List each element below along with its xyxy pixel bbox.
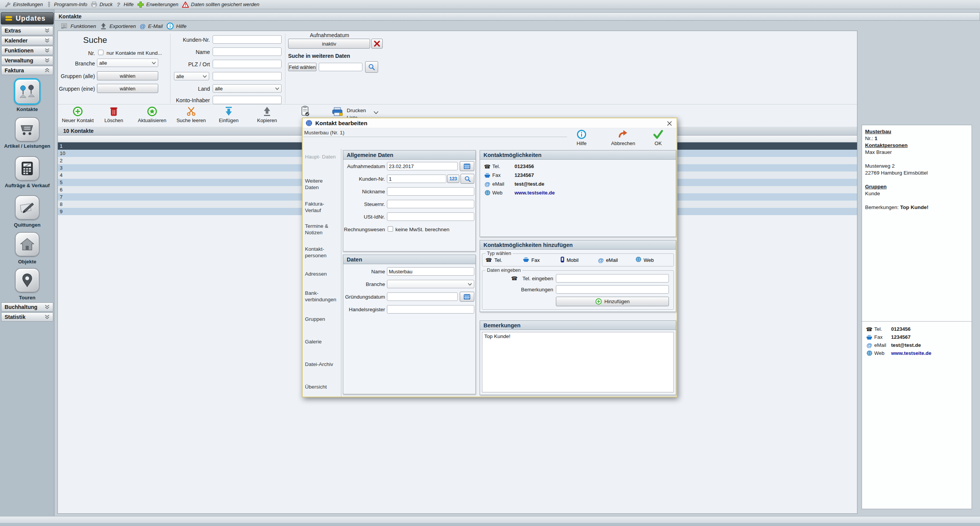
bemerkungen-input[interactable] [556,285,669,294]
sidebar-item-verwaltung[interactable]: Verwaltung [1,56,53,65]
sidebar-item-statistik[interactable]: Statistik [1,312,53,322]
add-type-mobil[interactable]: Mobil [560,256,598,264]
gruendungsdatum-input[interactable] [387,292,458,301]
action-kopieren[interactable]: Kopieren [254,106,280,123]
add-type-fax[interactable]: Fax [523,257,560,263]
kundennr-search-button[interactable] [461,174,474,184]
nav-touren-button[interactable] [15,268,39,292]
search-nr-checkbox[interactable] [98,50,103,55]
weitere-daten-search-button[interactable] [365,61,378,73]
tab-galerie[interactable]: Galerie [305,338,338,345]
action-loeschen[interactable]: Löschen [100,106,127,123]
chevron-down-icon[interactable] [374,111,379,114]
kundennr-input[interactable] [387,175,446,183]
nav-auftraege-button[interactable] [15,156,39,181]
name-input[interactable] [387,267,474,276]
search-kundennr-input[interactable] [213,35,282,44]
sidebar-item-buchhaltung[interactable]: Buchhaltung [1,302,53,312]
dialog-ok-button[interactable]: OK [653,130,663,146]
action-suche-leeren[interactable]: Suche leeren [175,106,208,123]
ustidnr-input[interactable] [387,212,474,221]
aufnahmedatum-clear-button[interactable] [371,39,383,49]
tab-adressen[interactable]: Adressen [305,271,338,277]
sidebar-item-extras[interactable]: Extras [1,26,53,35]
search-branche-select[interactable]: alle [97,59,158,67]
steuernr-input[interactable] [387,200,474,208]
gruppen-eine-waehlen-button[interactable]: wählen [97,84,158,93]
toolbar-exportieren[interactable]: Exportieren [100,23,136,29]
menu-druck[interactable]: Druck [91,2,113,7]
aufnahmedatum-input[interactable] [387,162,458,170]
calendar-icon [464,294,470,300]
tab-kontaktpersonen[interactable]: Kontakt- personen [305,246,338,259]
tel-eingeben-input[interactable] [556,274,669,283]
branche-select[interactable] [387,280,474,288]
handelsregister-input[interactable] [387,305,474,314]
nav-artikel-button[interactable] [15,117,39,142]
tab-gruppen[interactable]: Gruppen [305,316,338,322]
action-drucken-label[interactable]: Drucken [347,108,366,113]
kundennr-123-button[interactable]: 123 [447,175,459,183]
menu-warning[interactable]: Daten sollten gesichert werden [182,2,260,8]
tab-datei-archiv[interactable]: Datei-Archiv [305,361,338,368]
toolbar-email[interactable]: @ E-Mail [140,23,163,29]
menu-hilfe[interactable]: ? Hilfe [116,2,134,8]
detail-contact-row: Fax 1234567 [864,333,931,341]
menu-programm-info[interactable]: Programm-Info [46,2,87,8]
bemerkungen-textarea[interactable]: Top Kunde! [482,332,674,392]
action-drucken[interactable] [332,107,343,118]
printer-icon [91,2,97,7]
add-type-email[interactable]: @eMail [598,257,636,263]
contact-row[interactable]: Web www.testseite.de [482,188,555,197]
verwaltung-label: Verwaltung [5,57,33,64]
contact-web-link[interactable]: www.testseite.de [891,350,931,356]
action-aktualisieren[interactable]: Aktualisieren [135,106,169,123]
search-name-input[interactable] [213,47,282,56]
search-feldtyp-select[interactable]: alle [174,72,209,80]
dialog-hilfe-button[interactable]: Hilfe [577,130,587,146]
add-type-tel[interactable]: ☎Tel. [485,257,523,263]
hinzufuegen-button[interactable]: Hinzufügen [556,297,669,306]
dialog-abbrechen-button[interactable]: Abbrechen [611,130,635,146]
add-type-web[interactable]: Web [636,256,670,263]
nav-kontakte-button[interactable] [14,78,41,105]
updates-button[interactable]: Updates [1,12,54,25]
clipboard-check-icon [301,106,310,116]
search-land-select[interactable]: alle [213,84,282,93]
toolbar-funktionen[interactable]: Funktionen [61,23,96,29]
search-kontoinhaber-input[interactable] [213,96,282,104]
dialog-title-bar[interactable]: Kontakt bearbeiten [303,118,677,128]
weitere-daten-input[interactable] [319,63,362,71]
tab-haupt-daten[interactable]: Haupt- Daten [305,154,338,160]
search-feldtyp-input[interactable] [213,72,282,80]
mwst-checkbox[interactable] [388,226,393,232]
sidebar-item-funktionen[interactable]: Funktionen [1,46,53,55]
detail-nr-label: Nr.: [865,136,873,141]
search-plzort-input[interactable] [213,60,282,68]
detail-contact-row: ☎ Tel. 0123456 [864,325,931,333]
nav-quittungen-button[interactable] [15,195,39,220]
toolbar-hilfe[interactable]: Hilfe [167,23,187,29]
aufnahmedatum-calendar-button[interactable] [460,161,474,171]
nickname-input[interactable] [387,187,474,196]
action-neuer-kontakt[interactable]: Neuer Kontakt [61,106,95,123]
tab-weitere-daten[interactable]: Weitere Daten [305,178,338,191]
aufnahmedatum-inaktiv-button[interactable]: inaktiv [288,39,370,49]
contact-web-link[interactable]: www.testseite.de [515,190,555,196]
action-einfuegen[interactable]: Einfügen [215,106,242,123]
gruppen-alle-waehlen-button[interactable]: wählen [97,71,158,80]
detail-street: Musterweg 2 [865,163,972,170]
nav-objekte-button[interactable] [15,232,39,256]
gruendungsdatum-calendar-button[interactable] [460,292,474,302]
close-icon[interactable] [667,121,672,126]
tab-faktura-verlauf[interactable]: Faktura- Verlauf [305,201,338,214]
tab-uebersicht[interactable]: Übersicht [305,384,338,390]
tab-bankverbindungen[interactable]: Bank- verbindungen [305,290,338,303]
detail-contact-row[interactable]: Web www.testseite.de [864,349,931,357]
tab-termine-notizen[interactable]: Termine & Notizen [305,223,338,236]
menu-einstellungen[interactable]: Einstellungen [5,2,43,8]
feld-waehlen-button[interactable]: Feld wählen [288,63,316,71]
menu-erweiterungen[interactable]: Erweiterungen [137,1,179,8]
sidebar-item-kalender[interactable]: Kalender [1,36,53,45]
sidebar-item-faktura[interactable]: Faktura [1,66,53,75]
